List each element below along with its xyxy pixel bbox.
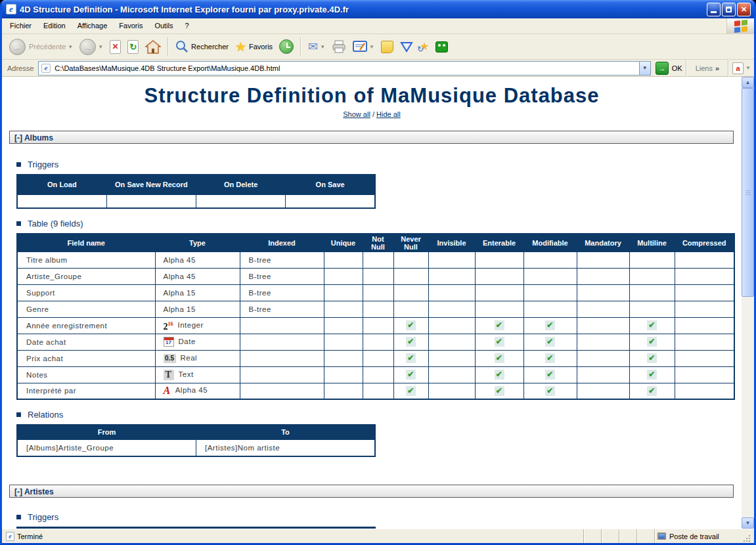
menu-affichage[interactable]: Affichage <box>72 18 114 33</box>
scroll-track[interactable] <box>742 297 754 517</box>
filter-button[interactable] <box>397 39 416 54</box>
back-button[interactable]: ← Précédente ▼ <box>6 37 76 57</box>
field-column-header: Multiline <box>629 234 675 251</box>
addressbar-separator <box>728 59 729 77</box>
resize-grip[interactable] <box>743 534 751 543</box>
field-row: Titre albumAlpha 45B-tree <box>17 251 734 268</box>
albums-relations-label: Relations <box>28 410 63 420</box>
refresh-button[interactable]: ↻ <box>124 38 142 56</box>
status-bar: e Terminé Poste de travail <box>2 529 754 543</box>
relation-from-cell: [Albums]Artiste_Groupe <box>17 439 196 456</box>
address-dropdown-icon[interactable]: ▼ <box>639 62 650 75</box>
internet-explorer-icon: e <box>6 4 16 14</box>
title-bar[interactable]: e 4D Structure Definition - Microsoft In… <box>2 0 754 18</box>
browser-window: e 4D Structure Definition - Microsoft In… <box>0 0 756 545</box>
go-button[interactable]: → OK <box>656 62 682 75</box>
edit-dropdown-icon[interactable]: ▼ <box>369 44 374 50</box>
status-pane <box>601 529 619 543</box>
check-icon: ✔ <box>406 337 416 347</box>
history-icon <box>279 39 294 54</box>
menu-fichier[interactable]: Fichier <box>4 18 37 33</box>
check-icon: ✔ <box>406 370 416 380</box>
field-type-label: Integer <box>178 321 204 329</box>
field-indexed-cell <box>240 334 324 350</box>
field-column-header: Unique <box>324 234 363 251</box>
menu-edition[interactable]: Edition <box>37 18 72 33</box>
links-label[interactable]: Liens <box>696 64 713 72</box>
field-flag-compressed <box>675 284 734 301</box>
field-flag-invisible <box>428 350 475 366</box>
field-flag-invisible <box>428 383 475 399</box>
field-flag-modifiable: ✔ <box>523 334 577 350</box>
field-flag-enterable <box>475 268 523 284</box>
pdf-icon[interactable]: a <box>732 62 744 74</box>
mail-dropdown-icon[interactable]: ▼ <box>320 44 325 50</box>
search-button[interactable]: Rechercher <box>172 38 232 55</box>
history-button[interactable] <box>276 37 297 56</box>
field-flag-compressed <box>675 268 734 284</box>
maximize-button[interactable] <box>722 3 736 16</box>
scroll-down-button[interactable]: ▼ <box>742 517 754 529</box>
pdf-dropdown-icon[interactable]: ▼ <box>745 65 751 71</box>
home-button[interactable] <box>142 38 164 56</box>
field-flag-not_null <box>363 301 393 317</box>
scroll-up-button[interactable]: ▲ <box>742 77 754 88</box>
field-flag-never_null: ✔ <box>393 366 428 383</box>
minimize-button[interactable] <box>707 3 721 16</box>
addressbar-separator <box>686 59 687 77</box>
field-flag-invisible <box>428 268 475 284</box>
field-indexed-cell <box>240 317 324 334</box>
field-flag-mandatory <box>577 383 629 399</box>
messenger-icon <box>435 41 448 53</box>
real-type-icon: 0.5 <box>164 354 176 363</box>
field-type-label: Alpha 45 <box>175 386 208 394</box>
calendar-day: 17 <box>164 339 173 346</box>
scroll-thumb[interactable] <box>742 88 754 297</box>
bullet-icon <box>16 221 21 226</box>
field-column-header: Mandatory <box>577 234 629 251</box>
hide-all-link[interactable]: Hide all <box>376 110 401 118</box>
page-icon: e <box>42 64 51 73</box>
albums-section-header[interactable]: [-] Albums <box>9 131 734 144</box>
field-flag-modifiable <box>523 284 577 301</box>
field-flag-mandatory <box>577 251 629 268</box>
field-indexed-cell <box>240 383 324 399</box>
links-chevron-icon[interactable]: » <box>715 64 719 72</box>
menu-favoris[interactable]: Favoris <box>113 18 148 33</box>
messenger-button[interactable] <box>432 39 451 54</box>
forward-button[interactable]: → ▼ <box>76 37 106 57</box>
mail-button[interactable]: ✉▼ <box>305 39 328 54</box>
field-name-cell: Genre <box>17 301 155 317</box>
research-button[interactable]: ★ <box>416 39 432 54</box>
print-button[interactable] <box>328 38 349 55</box>
field-type-cell: 216Integer <box>155 317 240 334</box>
vertical-scrollbar[interactable]: ▲ ▼ <box>742 77 754 529</box>
links-separator: / <box>370 110 376 118</box>
menu-aide[interactable]: ? <box>179 18 195 33</box>
show-all-link[interactable]: Show all <box>343 110 370 118</box>
edit-button[interactable]: ▼ <box>349 39 378 54</box>
artistes-section-header[interactable]: [-] Artistes <box>9 485 734 498</box>
status-text: Terminé <box>17 533 43 540</box>
stop-button[interactable]: ✕ <box>106 38 124 56</box>
trigger-column-header: On Delete <box>196 175 286 194</box>
toolbar-separator <box>300 37 301 56</box>
favorites-button[interactable]: ★ Favoris <box>232 39 276 55</box>
menu-outils[interactable]: Outils <box>148 18 179 33</box>
integer-type-icon: 216 <box>164 320 173 332</box>
bullet-icon <box>16 162 21 167</box>
close-button[interactable]: ✕ <box>737 3 751 16</box>
discuss-button[interactable] <box>378 39 397 55</box>
field-flag-modifiable: ✔ <box>523 317 577 334</box>
back-icon: ← <box>9 39 26 55</box>
back-dropdown-icon[interactable]: ▼ <box>68 44 73 50</box>
address-input[interactable] <box>55 64 638 72</box>
address-field[interactable]: e ▼ <box>38 61 650 76</box>
forward-dropdown-icon[interactable]: ▼ <box>98 44 103 50</box>
field-flag-not_null <box>363 334 393 350</box>
toplinks: Show all / Hide all <box>2 110 742 118</box>
relation-column-header: From <box>17 425 196 439</box>
trigger-column-header: On Save <box>286 175 375 194</box>
search-label: Rechercher <box>191 43 229 51</box>
trigger-column-header: On Save New Record <box>106 527 196 529</box>
